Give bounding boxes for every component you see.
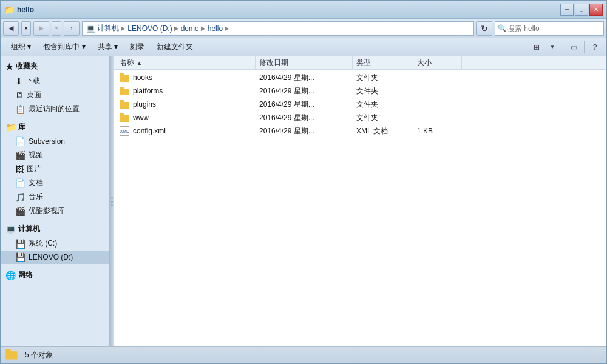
sidebar-section-network: 🌐 网络: [1, 268, 109, 283]
toolbar-right: ⊞ ▼ ▭ ?: [530, 41, 602, 54]
file-name-plugins: plugins: [116, 100, 256, 109]
status-folder-shape: [5, 349, 17, 359]
new-folder-button[interactable]: 新建文件夹: [151, 41, 198, 54]
file-label-plugins: plugins: [133, 100, 156, 109]
status-count-text: 5 个对象: [25, 350, 53, 360]
subversion-icon: 📄: [15, 136, 25, 146]
file-row-platforms[interactable]: platforms 2016/4/29 星期... 文件夹: [114, 84, 606, 98]
file-size-configxml: 1 KB: [413, 127, 462, 135]
breadcrumb-hello[interactable]: hello: [208, 24, 223, 33]
drive-c-label: 系统 (C:): [29, 238, 57, 249]
sidebar-item-documents[interactable]: 📄 文档: [1, 176, 109, 190]
file-date-platforms: 2016/4/29 星期...: [256, 86, 353, 96]
col-header-size[interactable]: 大小: [413, 56, 462, 69]
sidebar-item-youku[interactable]: 🎬 优酷影视库: [1, 204, 109, 218]
title-bar-left: 📁 hello: [4, 5, 34, 15]
sidebar-item-pictures[interactable]: 🖼 图片: [1, 162, 109, 176]
refresh-button[interactable]: ↻: [476, 21, 492, 36]
library-label: 库: [18, 122, 25, 132]
sidebar-item-system-c[interactable]: 💾 系统 (C:): [1, 237, 109, 251]
toolbar-separator: [563, 41, 563, 53]
sidebar-item-subversion[interactable]: 📄 Subversion: [1, 135, 109, 148]
up-button[interactable]: ↑: [64, 21, 80, 36]
search-input[interactable]: [507, 24, 601, 33]
minimize-button[interactable]: ─: [560, 4, 574, 16]
breadcrumb-demo[interactable]: demo: [181, 24, 199, 33]
file-date-hooks: 2016/4/29 星期...: [256, 73, 353, 83]
computer-sidebar-icon: 💻: [5, 224, 16, 234]
breadcrumb-bar: 💻 计算机 ▶ LENOVO (D:) ▶ demo ▶ hello ▶: [82, 21, 474, 36]
sidebar-header-favorites: ★ 收藏夹: [1, 59, 109, 74]
file-type-plugins: 文件夹: [353, 99, 413, 110]
network-label: 网络: [18, 270, 33, 280]
music-label: 音乐: [29, 192, 43, 202]
close-button[interactable]: ✕: [589, 4, 603, 16]
divider-dot-3: [111, 204, 113, 206]
recent-icon: 📋: [15, 104, 25, 114]
file-list-body: hooks 2016/4/29 星期... 文件夹 platforms 2016…: [114, 70, 606, 346]
sidebar-item-downloads[interactable]: ⬇ 下载: [1, 74, 109, 88]
file-row-plugins[interactable]: plugins 2016/4/29 星期... 文件夹: [114, 98, 606, 111]
file-area: 名称 ▲ 修改日期 类型 大小 hook: [114, 56, 606, 346]
file-name-www: www: [116, 113, 256, 122]
organize-button[interactable]: 组织 ▾: [5, 41, 36, 54]
computer-label: 计算机: [18, 224, 40, 234]
breadcrumb-sep-2: ▶: [174, 25, 179, 32]
forward-button[interactable]: ▶: [33, 21, 49, 36]
library-icon: 📁: [5, 123, 16, 132]
col-header-date[interactable]: 修改日期: [256, 56, 353, 69]
view-button[interactable]: ⊞: [530, 41, 543, 54]
desktop-icon: 🖥: [15, 90, 24, 100]
file-type-www: 文件夹: [353, 113, 413, 123]
pictures-label: 图片: [27, 164, 41, 174]
music-icon: 🎵: [15, 192, 25, 202]
file-label-configxml: config.xml: [133, 127, 166, 135]
preview-pane-button[interactable]: ▭: [567, 41, 580, 54]
back-dropdown-button[interactable]: ▼: [21, 21, 31, 36]
divider-dot-2: [111, 201, 113, 203]
computer-icon: 💻: [86, 24, 95, 33]
file-row-hooks[interactable]: hooks 2016/4/29 星期... 文件夹: [114, 71, 606, 84]
address-bar-row: ◀ ▼ ▶ ▼ ↑ 💻 计算机 ▶ LENOVO (D:) ▶ demo ▶ h…: [1, 19, 606, 38]
youku-icon: 🎬: [15, 206, 25, 216]
file-row-www[interactable]: www 2016/4/29 星期... 文件夹: [114, 111, 606, 124]
sidebar-item-video[interactable]: 🎬 视频: [1, 148, 109, 162]
sidebar-section-favorites: ★ 收藏夹 ⬇ 下载 🖥 桌面 📋 最近访问的位置: [1, 59, 109, 116]
breadcrumb-drive[interactable]: LENOVO (D:): [127, 24, 172, 33]
col-header-name[interactable]: 名称 ▲: [116, 56, 256, 69]
breadcrumb-sep-3: ▶: [201, 25, 206, 32]
sidebar-item-recent[interactable]: 📋 最近访问的位置: [1, 102, 109, 116]
maximize-button[interactable]: □: [575, 4, 588, 16]
drive-d-icon: 💾: [15, 252, 25, 262]
sidebar-item-desktop[interactable]: 🖥 桌面: [1, 88, 109, 102]
col-header-type[interactable]: 类型: [353, 56, 413, 69]
desktop-label: 桌面: [27, 90, 41, 100]
burn-button[interactable]: 刻录: [124, 41, 150, 54]
back-button[interactable]: ◀: [3, 21, 19, 36]
include-library-button[interactable]: 包含到库中 ▾: [38, 41, 90, 54]
pictures-icon: 🖼: [15, 164, 24, 174]
status-bar: 5 个对象: [1, 346, 606, 363]
title-bar-controls: ─ □ ✕: [560, 4, 603, 16]
favorites-icon: ★: [5, 62, 13, 72]
file-type-platforms: 文件夹: [353, 86, 413, 96]
explorer-window: 📁 hello ─ □ ✕ ◀ ▼ ▶ ▼ ↑ 💻 计算机 ▶ LENOVO (…: [0, 0, 607, 364]
folder-icon-platforms: [120, 87, 129, 95]
file-type-hooks: 文件夹: [353, 73, 413, 83]
breadcrumb-sep-1: ▶: [121, 25, 126, 32]
toolbar-separator-2: [584, 41, 585, 53]
file-row-configxml[interactable]: XML config.xml 2016/4/29 星期... XML 文档 1 …: [114, 124, 606, 138]
sidebar-item-music[interactable]: 🎵 音乐: [1, 190, 109, 204]
forward-dropdown-button[interactable]: ▼: [52, 21, 61, 36]
help-button[interactable]: ?: [588, 41, 602, 54]
share-button[interactable]: 共享 ▾: [92, 41, 123, 54]
window-title: hello: [17, 5, 34, 14]
col-type-label: 类型: [356, 58, 371, 68]
view-dropdown-button[interactable]: ▼: [546, 41, 559, 54]
col-date-label: 修改日期: [259, 58, 288, 68]
sidebar-item-lenovo-d[interactable]: 💾 LENOVO (D:): [1, 251, 109, 264]
sidebar-header-network: 🌐 网络: [1, 268, 109, 283]
downloads-label: 下载: [25, 76, 40, 86]
col-name-label: 名称: [120, 58, 134, 68]
breadcrumb-computer[interactable]: 💻 计算机: [86, 23, 119, 33]
